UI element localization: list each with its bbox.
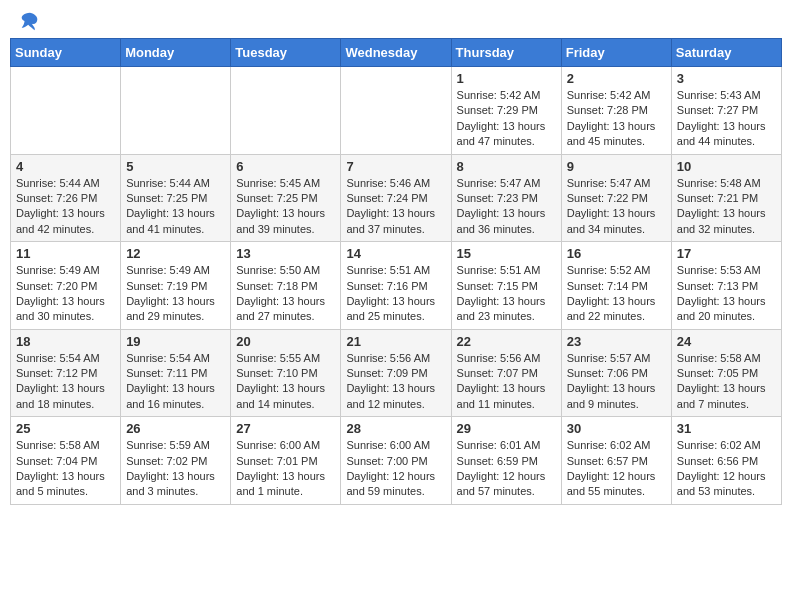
daylight-text: Daylight: 13 hours and 47 minutes. <box>457 119 556 150</box>
day-cell-26: 26Sunrise: 5:59 AMSunset: 7:02 PMDayligh… <box>121 417 231 505</box>
sunrise-text: Sunrise: 5:57 AM <box>567 351 666 366</box>
day-number: 16 <box>567 246 666 261</box>
sunset-text: Sunset: 7:26 PM <box>16 191 115 206</box>
daylight-text: Daylight: 12 hours and 57 minutes. <box>457 469 556 500</box>
day-info: Sunrise: 5:55 AMSunset: 7:10 PMDaylight:… <box>236 351 335 413</box>
day-cell-1: 1Sunrise: 5:42 AMSunset: 7:29 PMDaylight… <box>451 67 561 155</box>
sunrise-text: Sunrise: 5:58 AM <box>16 438 115 453</box>
day-cell-15: 15Sunrise: 5:51 AMSunset: 7:15 PMDayligh… <box>451 242 561 330</box>
day-info: Sunrise: 6:02 AMSunset: 6:57 PMDaylight:… <box>567 438 666 500</box>
sunrise-text: Sunrise: 6:00 AM <box>346 438 445 453</box>
sunrise-text: Sunrise: 6:02 AM <box>677 438 776 453</box>
day-cell-empty-00 <box>11 67 121 155</box>
day-info: Sunrise: 6:00 AMSunset: 7:00 PMDaylight:… <box>346 438 445 500</box>
daylight-text: Daylight: 13 hours and 5 minutes. <box>16 469 115 500</box>
daylight-text: Daylight: 13 hours and 44 minutes. <box>677 119 776 150</box>
sunrise-text: Sunrise: 5:56 AM <box>346 351 445 366</box>
day-cell-6: 6Sunrise: 5:45 AMSunset: 7:25 PMDaylight… <box>231 154 341 242</box>
day-cell-11: 11Sunrise: 5:49 AMSunset: 7:20 PMDayligh… <box>11 242 121 330</box>
daylight-text: Daylight: 13 hours and 1 minute. <box>236 469 335 500</box>
day-info: Sunrise: 5:54 AMSunset: 7:11 PMDaylight:… <box>126 351 225 413</box>
daylight-text: Daylight: 13 hours and 36 minutes. <box>457 206 556 237</box>
day-number: 6 <box>236 159 335 174</box>
day-number: 26 <box>126 421 225 436</box>
day-info: Sunrise: 5:59 AMSunset: 7:02 PMDaylight:… <box>126 438 225 500</box>
day-cell-10: 10Sunrise: 5:48 AMSunset: 7:21 PMDayligh… <box>671 154 781 242</box>
sunset-text: Sunset: 6:56 PM <box>677 454 776 469</box>
day-info: Sunrise: 5:58 AMSunset: 7:05 PMDaylight:… <box>677 351 776 413</box>
daylight-text: Daylight: 13 hours and 34 minutes. <box>567 206 666 237</box>
day-cell-19: 19Sunrise: 5:54 AMSunset: 7:11 PMDayligh… <box>121 329 231 417</box>
day-info: Sunrise: 5:51 AMSunset: 7:15 PMDaylight:… <box>457 263 556 325</box>
day-number: 4 <box>16 159 115 174</box>
sunset-text: Sunset: 7:10 PM <box>236 366 335 381</box>
day-info: Sunrise: 6:02 AMSunset: 6:56 PMDaylight:… <box>677 438 776 500</box>
day-cell-25: 25Sunrise: 5:58 AMSunset: 7:04 PMDayligh… <box>11 417 121 505</box>
sunset-text: Sunset: 6:57 PM <box>567 454 666 469</box>
sunset-text: Sunset: 7:04 PM <box>16 454 115 469</box>
daylight-text: Daylight: 13 hours and 12 minutes. <box>346 381 445 412</box>
sunrise-text: Sunrise: 5:47 AM <box>457 176 556 191</box>
day-number: 12 <box>126 246 225 261</box>
sunrise-text: Sunrise: 5:51 AM <box>457 263 556 278</box>
day-info: Sunrise: 5:44 AMSunset: 7:25 PMDaylight:… <box>126 176 225 238</box>
day-number: 15 <box>457 246 556 261</box>
day-cell-7: 7Sunrise: 5:46 AMSunset: 7:24 PMDaylight… <box>341 154 451 242</box>
calendar-table: SundayMondayTuesdayWednesdayThursdayFrid… <box>10 38 782 505</box>
day-info: Sunrise: 5:43 AMSunset: 7:27 PMDaylight:… <box>677 88 776 150</box>
day-number: 8 <box>457 159 556 174</box>
daylight-text: Daylight: 13 hours and 37 minutes. <box>346 206 445 237</box>
weekday-header-friday: Friday <box>561 39 671 67</box>
sunrise-text: Sunrise: 6:01 AM <box>457 438 556 453</box>
day-number: 23 <box>567 334 666 349</box>
day-cell-29: 29Sunrise: 6:01 AMSunset: 6:59 PMDayligh… <box>451 417 561 505</box>
sunset-text: Sunset: 7:13 PM <box>677 279 776 294</box>
logo <box>18 14 41 28</box>
daylight-text: Daylight: 13 hours and 22 minutes. <box>567 294 666 325</box>
daylight-text: Daylight: 12 hours and 55 minutes. <box>567 469 666 500</box>
day-cell-22: 22Sunrise: 5:56 AMSunset: 7:07 PMDayligh… <box>451 329 561 417</box>
sunrise-text: Sunrise: 5:54 AM <box>16 351 115 366</box>
sunrise-text: Sunrise: 5:43 AM <box>677 88 776 103</box>
day-number: 24 <box>677 334 776 349</box>
day-number: 1 <box>457 71 556 86</box>
day-number: 31 <box>677 421 776 436</box>
day-number: 27 <box>236 421 335 436</box>
sunset-text: Sunset: 7:24 PM <box>346 191 445 206</box>
day-number: 25 <box>16 421 115 436</box>
day-number: 20 <box>236 334 335 349</box>
daylight-text: Daylight: 13 hours and 45 minutes. <box>567 119 666 150</box>
day-info: Sunrise: 5:46 AMSunset: 7:24 PMDaylight:… <box>346 176 445 238</box>
day-number: 21 <box>346 334 445 349</box>
day-number: 9 <box>567 159 666 174</box>
daylight-text: Daylight: 12 hours and 53 minutes. <box>677 469 776 500</box>
day-cell-2: 2Sunrise: 5:42 AMSunset: 7:28 PMDaylight… <box>561 67 671 155</box>
weekday-header-row: SundayMondayTuesdayWednesdayThursdayFrid… <box>11 39 782 67</box>
day-cell-8: 8Sunrise: 5:47 AMSunset: 7:23 PMDaylight… <box>451 154 561 242</box>
daylight-text: Daylight: 13 hours and 32 minutes. <box>677 206 776 237</box>
sunset-text: Sunset: 7:25 PM <box>236 191 335 206</box>
weekday-header-thursday: Thursday <box>451 39 561 67</box>
day-cell-empty-03 <box>341 67 451 155</box>
day-info: Sunrise: 6:00 AMSunset: 7:01 PMDaylight:… <box>236 438 335 500</box>
sunrise-text: Sunrise: 5:45 AM <box>236 176 335 191</box>
daylight-text: Daylight: 13 hours and 41 minutes. <box>126 206 225 237</box>
sunrise-text: Sunrise: 6:00 AM <box>236 438 335 453</box>
daylight-text: Daylight: 13 hours and 18 minutes. <box>16 381 115 412</box>
sunset-text: Sunset: 7:11 PM <box>126 366 225 381</box>
day-cell-31: 31Sunrise: 6:02 AMSunset: 6:56 PMDayligh… <box>671 417 781 505</box>
day-cell-24: 24Sunrise: 5:58 AMSunset: 7:05 PMDayligh… <box>671 329 781 417</box>
sunrise-text: Sunrise: 5:53 AM <box>677 263 776 278</box>
sunset-text: Sunset: 7:05 PM <box>677 366 776 381</box>
sunrise-text: Sunrise: 5:51 AM <box>346 263 445 278</box>
week-row-1: 1Sunrise: 5:42 AMSunset: 7:29 PMDaylight… <box>11 67 782 155</box>
day-info: Sunrise: 5:50 AMSunset: 7:18 PMDaylight:… <box>236 263 335 325</box>
sunset-text: Sunset: 7:29 PM <box>457 103 556 118</box>
daylight-text: Daylight: 13 hours and 7 minutes. <box>677 381 776 412</box>
sunset-text: Sunset: 7:06 PM <box>567 366 666 381</box>
day-info: Sunrise: 5:57 AMSunset: 7:06 PMDaylight:… <box>567 351 666 413</box>
day-cell-18: 18Sunrise: 5:54 AMSunset: 7:12 PMDayligh… <box>11 329 121 417</box>
day-number: 22 <box>457 334 556 349</box>
day-number: 30 <box>567 421 666 436</box>
day-info: Sunrise: 5:42 AMSunset: 7:28 PMDaylight:… <box>567 88 666 150</box>
